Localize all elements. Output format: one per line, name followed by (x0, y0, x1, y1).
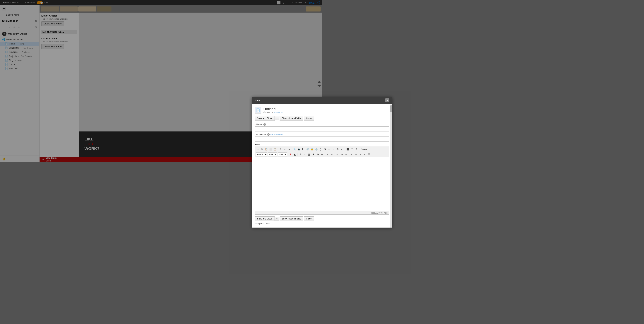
rte-image-btn[interactable]: 📷 (297, 147, 301, 151)
rte-print-btn[interactable]: 🖨 (278, 147, 282, 151)
font-select[interactable]: Font (268, 152, 277, 156)
rte-toolbar-1: ✂ ⎗ 📋 ⬜ 📋 🖨 ↩ ↪ 🔍 (255, 147, 322, 152)
name-label-text: Name: (256, 123, 263, 126)
rte-anchor-btn[interactable]: ⚓ (314, 147, 318, 151)
save-close-dropdown-top[interactable]: ▼ (275, 116, 279, 120)
name-required-icon: * (255, 123, 256, 126)
rte-paste-btn[interactable]: 📋 (264, 147, 268, 151)
rte-bg-color-btn[interactable]: A (293, 152, 297, 156)
article-title: Untitled (264, 107, 282, 111)
modal-overlay: New × 📄 Untitled Created by wpsadmin (40, 5, 322, 162)
rte-strike-btn[interactable]: S (312, 152, 315, 156)
rte-underline-btn[interactable]: U (307, 152, 311, 156)
rich-text-editor: ✂ ⎗ 📋 ⬜ 📋 🖨 ↩ ↪ 🔍 (255, 147, 322, 162)
rte-link-btn[interactable]: 🔗 (306, 147, 310, 151)
display-title-help-icon[interactable]: ? (267, 133, 270, 136)
rte-unlink-btn[interactable]: 🔓 (310, 147, 314, 151)
rte-italic-btn[interactable]: I (303, 152, 307, 156)
display-title-label-text: Display title: (255, 133, 266, 136)
name-label: * Name: ? (255, 123, 322, 126)
rte-find-btn[interactable]: 🔍 (293, 147, 297, 151)
content-area: List of Articles This list enumerates al… (40, 5, 322, 162)
article-icon: 📄 (255, 107, 261, 113)
format-select[interactable]: Format (256, 152, 267, 156)
name-input[interactable] (255, 126, 322, 131)
rte-copy-btn[interactable]: ⎗ (260, 147, 264, 151)
name-help-icon[interactable]: ? (264, 123, 266, 126)
close-btn-top[interactable]: Close (304, 116, 314, 121)
new-article-modal: New × 📄 Untitled Created by wpsadmin (252, 97, 322, 162)
size-select[interactable]: Size (278, 152, 287, 156)
display-title-input[interactable] (255, 136, 322, 142)
author-link[interactable]: wpsadmin (274, 111, 283, 113)
rte-superscript-btn[interactable]: X² (320, 152, 322, 156)
modal-header: New × (252, 97, 322, 104)
article-header: 📄 Untitled Created by wpsadmin (255, 107, 322, 113)
created-by-text: Created by (264, 111, 273, 113)
rte-undo-btn[interactable]: ↩ (283, 147, 287, 151)
rte-toolbar-2: Format Font Size A A (255, 152, 322, 157)
rte-content-area[interactable] (255, 157, 322, 162)
modal-body: 📄 Untitled Created by wpsadmin Save and … (252, 104, 322, 162)
show-hidden-btn-top[interactable]: Show Hidden Fields (280, 116, 304, 121)
rte-paste-word-btn[interactable]: 📋 (273, 147, 277, 151)
rte-flash-btn[interactable]: 🎞 (301, 147, 305, 151)
body-label: Body (255, 143, 322, 146)
rte-redo-btn[interactable]: ↪ (287, 147, 291, 151)
save-close-btn-top[interactable]: Save and Close (255, 116, 275, 121)
main-layout: + ← Back to home Site Manager ⚙ ↑ ↓ ⇒ ⇐ … (0, 5, 322, 162)
modal-header-title: New (255, 99, 260, 102)
display-title-field-group: Display title: ? Localizations (255, 133, 322, 142)
body-field-group: Body ✂ ⎗ 📋 ⬜ 📋 🖨 ↩ (255, 143, 322, 162)
localization-link[interactable]: Localizations (270, 133, 283, 136)
rte-paste-text-btn[interactable]: ⬜ (268, 147, 272, 151)
rte-bold-btn[interactable]: B (298, 152, 302, 156)
display-title-label: Display title: ? Localizations (255, 133, 322, 136)
name-field-group: * Name: ? (255, 123, 322, 131)
article-subtitle: Created by wpsadmin (264, 111, 282, 113)
article-info: Untitled Created by wpsadmin (264, 107, 282, 113)
rte-cut-btn[interactable]: ✂ (256, 147, 260, 151)
rte-code-btn[interactable]: {} (318, 147, 322, 151)
rte-text-color-btn[interactable]: A (288, 152, 292, 156)
rte-subscript-btn[interactable]: X₂ (316, 152, 320, 156)
top-action-bar: Save and Close ▼ Show Hidden Fields Clos… (255, 116, 322, 121)
